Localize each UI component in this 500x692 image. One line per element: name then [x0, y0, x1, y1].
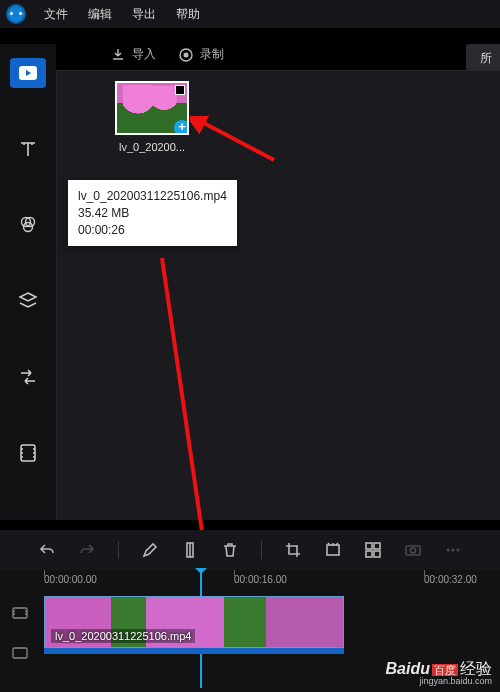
text-icon	[17, 138, 39, 160]
venn-icon	[17, 214, 39, 236]
time-mark: 00:00:16.00	[234, 574, 287, 585]
timeline-clip[interactable]: lv_0_20200311225106.mp4	[44, 596, 344, 648]
watermark-suffix: 经验	[460, 660, 492, 677]
delete-icon[interactable]	[221, 541, 239, 559]
select-box-icon	[175, 85, 185, 95]
media-icon	[18, 65, 38, 81]
video-track-icon[interactable]	[10, 602, 30, 624]
clip-name: lv_0_20200...	[115, 141, 189, 153]
svg-rect-12	[374, 551, 380, 557]
audio-track-icon[interactable]	[10, 642, 30, 664]
time-mark: 00:00:32.00	[424, 574, 477, 585]
timeline-toolbar	[0, 530, 500, 570]
svg-rect-11	[366, 551, 372, 557]
svg-rect-10	[374, 543, 380, 549]
media-tab[interactable]	[10, 58, 46, 88]
watermark: Baidu百度经验 jingyan.baidu.com	[386, 661, 492, 686]
import-label: 导入	[132, 46, 156, 63]
freeze-icon[interactable]	[324, 541, 342, 559]
record-button[interactable]: 录制	[178, 46, 224, 63]
timeline-clip-label: lv_0_20200311225106.mp4	[51, 629, 195, 643]
watermark-brand: Baidu	[386, 660, 430, 677]
svg-rect-9	[366, 543, 372, 549]
redo-icon	[78, 541, 96, 559]
pen-icon[interactable]	[141, 541, 159, 559]
separator	[118, 541, 119, 559]
timeline-audio-clip[interactable]	[44, 648, 344, 654]
menu-file[interactable]: 文件	[34, 2, 78, 27]
crop-icon[interactable]	[284, 541, 302, 559]
menu-edit[interactable]: 编辑	[78, 2, 122, 27]
annotation-arrow-1	[190, 116, 280, 168]
time-ruler[interactable]: 00:00:00.00 00:00:16.00 00:00:32.00	[44, 570, 500, 592]
text-tab[interactable]	[10, 134, 46, 164]
svg-rect-8	[327, 545, 339, 555]
tooltip-duration: 00:00:26	[78, 222, 227, 239]
import-button[interactable]: 导入	[110, 46, 156, 63]
panel-top-controls: 导入 录制	[110, 46, 224, 63]
filter-tab[interactable]	[10, 210, 46, 240]
media-clip[interactable]: + lv_0_20200...	[115, 81, 189, 153]
more-icon	[444, 541, 462, 559]
camera-icon	[404, 541, 422, 559]
transition-tab[interactable]	[10, 362, 46, 392]
menu-export[interactable]: 导出	[122, 2, 166, 27]
undo-icon[interactable]	[38, 541, 56, 559]
layers-icon	[17, 290, 39, 312]
svg-point-16	[452, 549, 455, 552]
import-icon	[110, 47, 126, 63]
clip-tooltip: lv_0_20200311225106.mp4 35.42 MB 00:00:2…	[68, 180, 237, 246]
split-icon[interactable]	[181, 541, 199, 559]
svg-rect-18	[13, 608, 27, 618]
tooltip-filename: lv_0_20200311225106.mp4	[78, 188, 227, 205]
svg-point-17	[457, 549, 460, 552]
svg-rect-6	[21, 445, 35, 461]
element-tab[interactable]	[10, 438, 46, 468]
menubar: 文件 编辑 导出 帮助	[0, 0, 500, 28]
svg-point-14	[411, 548, 416, 553]
right-tab-partial[interactable]: 所	[466, 44, 500, 73]
separator	[261, 541, 262, 559]
menu-help[interactable]: 帮助	[166, 2, 210, 27]
record-label: 录制	[200, 46, 224, 63]
record-icon	[178, 47, 194, 63]
layers-tab[interactable]	[10, 286, 46, 316]
watermark-url: jingyan.baidu.com	[419, 677, 492, 686]
time-mark: 00:00:00.00	[44, 574, 97, 585]
film-icon	[18, 442, 38, 464]
clip-thumbnail[interactable]: +	[115, 81, 189, 135]
svg-rect-19	[13, 648, 27, 658]
arrows-icon	[17, 366, 39, 388]
watermark-du: 百度	[432, 664, 458, 676]
svg-point-1	[184, 52, 189, 57]
left-toolbar	[0, 44, 56, 520]
svg-point-15	[447, 549, 450, 552]
add-to-timeline-icon[interactable]: +	[174, 120, 189, 135]
tooltip-size: 35.42 MB	[78, 205, 227, 222]
grid-icon[interactable]	[364, 541, 382, 559]
app-logo-icon	[6, 4, 26, 24]
